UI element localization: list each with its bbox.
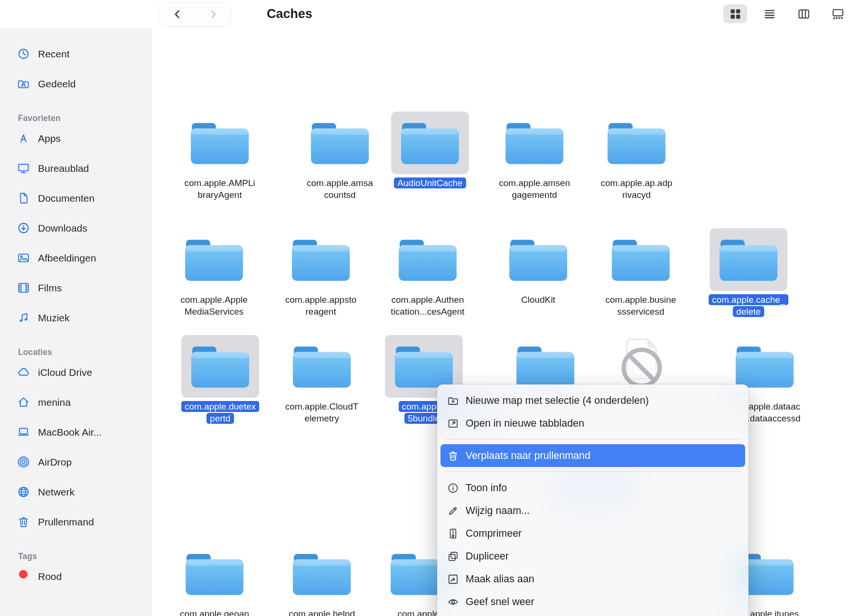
folder-item[interactable]: com.apple.amsen gagementd (480, 112, 589, 201)
icon-view-button[interactable] (723, 4, 747, 23)
sidebar-item-menina[interactable]: menina (0, 387, 151, 417)
sidebar-item-icloud-drive[interactable]: iCloud Drive (0, 357, 151, 387)
folder-icon (176, 542, 253, 605)
folder-item[interactable]: com.apple.busine ssservicesd (586, 228, 695, 317)
folder-label: com.apple.Apple MediaServices (177, 294, 251, 317)
sidebar-item-prullenmand[interactable]: Prullenmand (0, 507, 151, 537)
column-view-button[interactable] (792, 4, 815, 23)
list-view-icon (763, 8, 776, 20)
folder-item[interactable]: com.apple.ap.adp rivacyd (582, 112, 691, 201)
rename-pencil-icon (447, 504, 459, 517)
folder-label: CloudKit (518, 294, 559, 306)
sidebar-item-label: Netwerk (38, 486, 75, 498)
menu-item-verplaats-naar-prullenmand[interactable]: Verplaats naar prullenmand (440, 444, 745, 467)
sidebar-item-label: Bureaublad (38, 163, 89, 174)
sidebar-item-airdrop[interactable]: AirDrop (0, 447, 151, 477)
window-title: Caches (267, 0, 312, 28)
folder-icon (282, 228, 360, 291)
folder-label: com.apple.AMPLi braryAgent (181, 177, 259, 201)
folder-item[interactable]: com.apple.duetex pertd (166, 335, 275, 424)
chevron-left-icon (172, 8, 183, 21)
download-circle-icon (17, 222, 30, 234)
sidebar-item-netwerk[interactable]: Netwerk (0, 477, 151, 507)
sidebar-item-apps[interactable]: Apps (0, 123, 151, 153)
sidebar-item-tag-rood[interactable]: Rood (0, 561, 151, 591)
open-new-tabs-icon (447, 417, 459, 430)
sidebar-item-label: Recent (38, 48, 70, 60)
sidebar-item-gedeeld[interactable]: Gedeeld (0, 69, 151, 99)
sidebar: Recent Gedeeld Favorieten Apps Bureaubla… (0, 28, 152, 616)
folder-item[interactable]: com.apple.appsto reagent (266, 228, 375, 317)
folder-icon (602, 228, 680, 291)
cloud-icon (17, 366, 30, 379)
menu-item-nieuwe-map-met-selectie[interactable]: Nieuwe map met selectie (4 onderdelen) (440, 389, 745, 412)
sidebar-item-label: Films (38, 282, 62, 294)
clock-icon (17, 47, 30, 60)
menu-item-wijzig-naam[interactable]: Wijzig naam... (440, 499, 745, 522)
list-view-button[interactable] (758, 4, 781, 23)
sidebar-item-recent[interactable]: Recent (0, 39, 151, 69)
folder-label: com.apple.amsen gagementd (496, 177, 573, 201)
folder-item[interactable]: com.apple.Authen tication...cesAgent (373, 228, 482, 317)
menu-item-toon-info[interactable]: Toon info (440, 476, 745, 499)
gallery-view-button[interactable] (826, 4, 850, 23)
folder-icon (496, 112, 573, 174)
forward-button[interactable] (195, 2, 231, 26)
folder-item[interactable]: com.apple.cache_ delete (694, 228, 803, 317)
airdrop-icon (17, 456, 30, 468)
sidebar-item-label: Muziek (38, 312, 70, 324)
view-mode-switcher (723, 4, 850, 23)
sidebar-section-favorieten: Favorieten (0, 107, 151, 123)
folder-icon (283, 335, 361, 398)
folder-label: com.apple.duetex pertd (181, 401, 259, 424)
apps-icon (17, 132, 30, 145)
new-folder-icon (447, 394, 459, 407)
sidebar-item-label: Gedeeld (38, 78, 75, 90)
folder-icon (301, 112, 379, 174)
sidebar-item-label: AirDrop (38, 457, 72, 468)
folder-item[interactable]: com.apple.geoan (160, 542, 269, 616)
column-view-icon (797, 8, 810, 20)
back-button[interactable] (159, 2, 195, 26)
sidebar-item-downloads[interactable]: Downloads (0, 213, 151, 243)
menu-item-geef-snel-weer[interactable]: Geef snel weer (440, 590, 745, 613)
folder-item[interactable]: CloudKit (484, 228, 593, 306)
menu-item-open-in-nieuwe-tabbladen[interactable]: Open in nieuwe tabbladen (440, 412, 745, 435)
folder-icon (499, 228, 577, 291)
menu-item-maak-alias-aan[interactable]: Maak alias aan (440, 568, 745, 590)
menu-item-dupliceer[interactable]: Dupliceer (440, 545, 745, 568)
folder-icon (710, 228, 787, 291)
sidebar-item-afbeeldingen[interactable]: Afbeeldingen (0, 243, 151, 273)
document-icon (17, 192, 30, 205)
menu-item-label: Comprimeer (466, 528, 522, 540)
sidebar-item-label: menina (38, 397, 71, 408)
chevron-right-icon (207, 8, 219, 21)
folder-item[interactable]: AudioUnitCache (375, 112, 485, 189)
sidebar-item-label: iCloud Drive (38, 367, 92, 378)
gallery-view-icon (832, 8, 844, 20)
context-menu: Nieuwe map met selectie (4 onderdelen) O… (437, 384, 749, 616)
folder-item[interactable]: com.apple.helpd (267, 542, 376, 616)
navigation-buttons (159, 2, 231, 26)
menu-separator (445, 439, 741, 439)
sidebar-item-documenten[interactable]: Documenten (0, 183, 151, 213)
folder-label: com.apple.cache_ delete (709, 294, 788, 317)
finder-window: Caches Recent Gedeeld Favorieten Apps Bu… (0, 0, 861, 616)
folder-item[interactable]: com.apple.CloudT elemetry (267, 335, 376, 424)
sidebar-section-locaties: Locaties (0, 341, 151, 357)
music-note-icon (17, 311, 30, 324)
folder-item[interactable]: com.apple.Apple MediaServices (159, 228, 269, 317)
sidebar-item-bureaublad[interactable]: Bureaublad (0, 153, 151, 183)
grid-view-icon (729, 8, 742, 20)
sidebar-item-macbook-air[interactable]: MacBook Air... (0, 417, 151, 447)
menu-item-comprimeer[interactable]: Comprimeer (440, 522, 745, 545)
sidebar-item-films[interactable]: Films (0, 273, 151, 303)
folder-item[interactable]: com.apple.AMPLi braryAgent (165, 112, 274, 201)
photos-icon (17, 252, 30, 264)
sidebar-item-muziek[interactable]: Muziek (0, 303, 151, 333)
toolbar: Caches (0, 0, 861, 28)
menu-item-label: Maak alias aan (466, 573, 534, 585)
sidebar-item-label: Rood (38, 571, 62, 582)
folder-icon (181, 112, 259, 174)
folder-icon (389, 228, 467, 291)
